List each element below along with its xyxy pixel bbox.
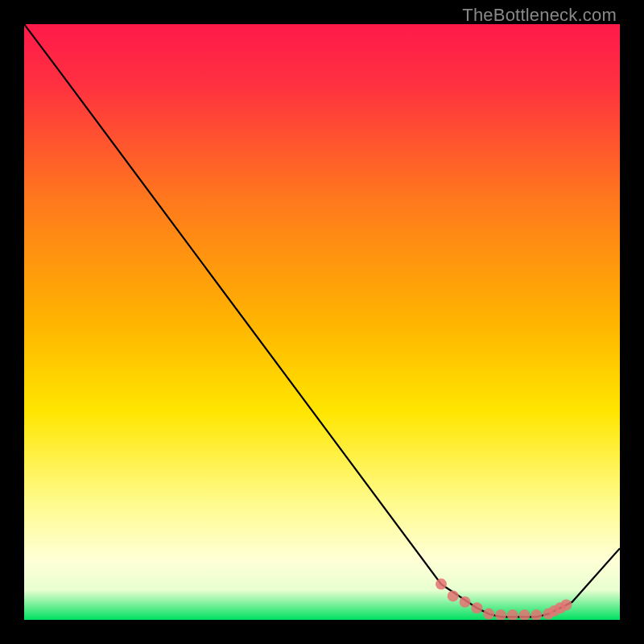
gradient-background bbox=[24, 24, 620, 620]
marker-dot bbox=[471, 602, 482, 613]
marker-dot bbox=[448, 590, 459, 601]
marker-dot bbox=[436, 579, 447, 590]
marker-dot bbox=[460, 597, 471, 608]
chart-svg bbox=[24, 24, 620, 620]
marker-dot bbox=[483, 609, 494, 620]
marker-dot bbox=[560, 600, 572, 611]
chart-container: TheBottleneck.com bbox=[0, 0, 644, 644]
watermark-text: TheBottleneck.com bbox=[462, 5, 617, 26]
plot-area bbox=[24, 24, 620, 620]
